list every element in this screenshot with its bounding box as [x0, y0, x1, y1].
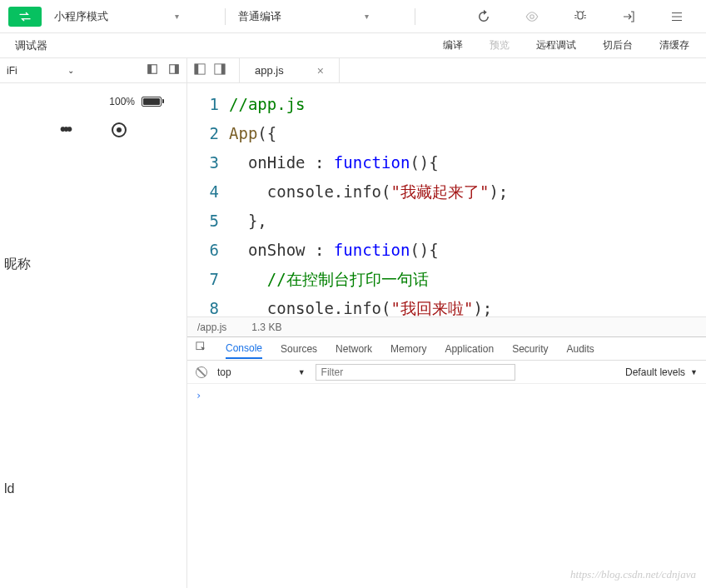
- chevron-down-icon: ▾: [175, 12, 179, 21]
- levels-label: Default levels: [625, 366, 685, 378]
- inspect-icon[interactable]: [196, 341, 207, 356]
- chevron-down-icon: ▾: [365, 12, 369, 21]
- console-prompt: ›: [196, 390, 201, 401]
- clear-cache-label: 清缓存: [659, 38, 689, 52]
- svg-rect-5: [195, 64, 198, 74]
- panel-icon-1[interactable]: [147, 63, 158, 77]
- tab-console[interactable]: Console: [226, 342, 262, 359]
- tab-memory[interactable]: Memory: [390, 343, 426, 355]
- switch-bg-label: 切后台: [603, 38, 633, 52]
- mode-label: 小程序模式: [54, 9, 108, 24]
- watermark: https://blog.csdn.net/cdnjava: [570, 568, 696, 581]
- switch-bg-action[interactable]: [608, 8, 649, 25]
- tab-audits[interactable]: Audits: [567, 343, 594, 355]
- compile-action[interactable]: [463, 8, 505, 25]
- chevron-down-icon: ▼: [298, 368, 306, 376]
- tab-security[interactable]: Security: [512, 343, 548, 355]
- layout-icon-2[interactable]: [214, 63, 226, 77]
- code-editor[interactable]: 1 2 3 4 5 6 7 8 //app.js App({ onHide : …: [187, 83, 706, 316]
- eye-icon: [524, 8, 540, 25]
- tab-network[interactable]: Network: [336, 343, 372, 355]
- sidebar-text-2: ld: [0, 481, 186, 496]
- swap-icon: [18, 12, 32, 22]
- line-gutter: 1 2 3 4 5 6 7 8: [187, 83, 229, 316]
- file-size: 1.3 KB: [251, 321, 281, 333]
- svg-rect-3: [175, 65, 178, 74]
- mode-dropdown[interactable]: 小程序模式 ▾: [54, 9, 179, 24]
- layout-icon-1[interactable]: [194, 63, 206, 77]
- clear-cache-action[interactable]: [656, 8, 698, 25]
- svg-rect-7: [221, 64, 225, 74]
- tab-application[interactable]: Application: [445, 343, 494, 355]
- compile-run-button[interactable]: [8, 7, 42, 27]
- file-path: /app.js: [197, 321, 226, 333]
- remote-debug-action[interactable]: [559, 8, 601, 25]
- chevron-down-icon[interactable]: ⌄: [67, 66, 74, 75]
- filter-input[interactable]: [316, 364, 515, 381]
- battery-icon: [142, 97, 162, 107]
- clear-console-icon[interactable]: [196, 366, 207, 378]
- levels-dropdown[interactable]: Default levels ▼: [625, 366, 698, 378]
- context-dropdown[interactable]: top ▼: [217, 366, 306, 378]
- svg-rect-1: [148, 65, 152, 74]
- battery-percent: 100%: [109, 96, 135, 107]
- stack-icon: [669, 8, 685, 25]
- panel-icon-2[interactable]: [168, 63, 180, 77]
- chevron-down-icon: ▼: [690, 368, 698, 376]
- compile-type-label: 普通编译: [238, 9, 281, 24]
- compile-type-dropdown[interactable]: 普通编译 ▾: [238, 9, 369, 24]
- tab-sources[interactable]: Sources: [281, 343, 317, 355]
- preview-action[interactable]: [511, 8, 553, 25]
- separator: [415, 8, 415, 25]
- separator: [225, 8, 226, 25]
- console-output[interactable]: ›: [187, 384, 706, 406]
- menu-dots-icon[interactable]: •••: [60, 120, 70, 139]
- wifi-label: iFi: [7, 65, 17, 77]
- remote-debug-label: 远程调试: [536, 38, 576, 52]
- sidebar-text-1: 昵称: [0, 256, 186, 273]
- compile-label: 编译: [443, 38, 463, 52]
- exit-icon: [620, 8, 637, 25]
- context-label: top: [217, 366, 231, 378]
- tab-filename: app.js: [255, 64, 284, 77]
- preview-label: 预览: [490, 38, 510, 52]
- editor-tab-appjs[interactable]: app.js ×: [239, 58, 340, 83]
- bug-icon: [572, 8, 589, 25]
- target-icon[interactable]: [112, 122, 127, 137]
- refresh-icon: [475, 8, 492, 25]
- debugger-label: 调试器: [15, 38, 47, 53]
- close-icon[interactable]: ×: [317, 64, 324, 77]
